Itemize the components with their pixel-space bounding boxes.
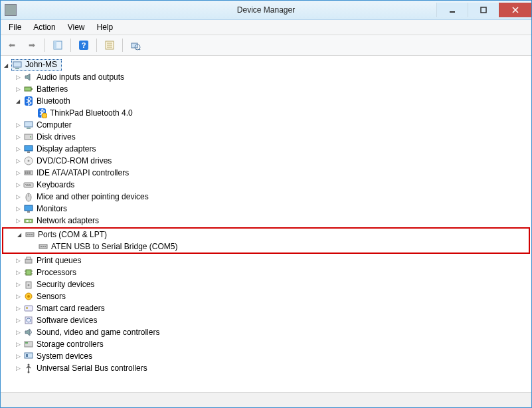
tree-category[interactable]: Sensors	[2, 290, 530, 302]
tree-item-label: Smart card readers	[37, 304, 105, 313]
expand-toggle[interactable]	[14, 157, 22, 165]
menu-file[interactable]: File	[3, 21, 27, 33]
expand-toggle[interactable]	[14, 193, 22, 201]
tree-category[interactable]: Software devices	[2, 314, 530, 326]
forward-arrow-icon: ➡	[29, 41, 35, 50]
tree-category[interactable]: Display adapters	[2, 143, 530, 155]
title-bar[interactable]: Device Manager	[1, 1, 531, 20]
tree-category[interactable]: Disk drives	[2, 131, 530, 143]
menu-action[interactable]: Action	[28, 21, 60, 33]
tree-category[interactable]: Print queues	[2, 255, 530, 266]
expand-toggle[interactable]	[14, 364, 22, 372]
sensor-icon	[23, 291, 34, 302]
help-icon: ?	[78, 40, 89, 51]
svg-rect-42	[26, 220, 27, 222]
expand-toggle[interactable]	[14, 97, 22, 105]
svg-rect-16	[31, 88, 33, 90]
expand-toggle[interactable]	[14, 217, 22, 225]
toolbar-separator	[44, 39, 45, 52]
tree-device[interactable]: ThinkPad Bluetooth 4.0	[2, 107, 530, 119]
tree-category[interactable]: Sound, video and game controllers	[2, 326, 530, 338]
tree-category[interactable]: Batteries	[2, 83, 530, 95]
computer-icon	[23, 120, 34, 130]
svg-rect-13	[13, 62, 21, 67]
expand-toggle[interactable]	[14, 205, 22, 213]
tree-root[interactable]: John-MS	[2, 59, 530, 71]
expand-toggle[interactable]	[14, 268, 22, 276]
tree-category[interactable]: Monitors	[2, 203, 530, 215]
tree-pane[interactable]: John-MS Audio inputs and outputs Batteri…	[1, 56, 531, 392]
tree-category[interactable]: DVD/CD-ROM drives	[2, 155, 530, 167]
back-button[interactable]: ⬅	[3, 37, 21, 54]
tree-item-label: ATEN USB to Serial Bridge (COM5)	[51, 242, 178, 251]
tree-item-label: Keyboards	[37, 180, 74, 189]
tree-category[interactable]: Mice and other pointing devices	[2, 191, 530, 203]
expand-toggle[interactable]	[14, 85, 22, 93]
tree-item-label: Mice and other pointing devices	[37, 192, 149, 201]
tree-item-label: Batteries	[37, 84, 68, 94]
tree-category[interactable]: Audio inputs and outputs	[2, 71, 530, 83]
show-hide-tree-button[interactable]	[49, 37, 66, 54]
svg-point-64	[27, 295, 30, 298]
tree-category[interactable]: Bluetooth	[2, 95, 530, 107]
expand-toggle[interactable]	[14, 145, 22, 153]
expand-toggle[interactable]	[14, 133, 22, 141]
sound-icon	[23, 327, 34, 338]
monitor-icon	[23, 203, 34, 214]
svg-rect-24	[25, 146, 33, 151]
tree-category[interactable]: Storage controllers	[2, 338, 530, 350]
svg-point-47	[27, 234, 29, 235]
highlight-annotation: Ports (COM & LPT) ATEN USB to Serial Bri…	[2, 227, 530, 254]
tree-category[interactable]: Ports (COM & LPT)	[3, 229, 529, 241]
expand-toggle[interactable]	[14, 256, 22, 264]
tree-category[interactable]: Universal Serial Bus controllers	[2, 362, 530, 374]
properties-button[interactable]	[101, 37, 118, 54]
expand-toggle[interactable]	[14, 340, 22, 348]
expand-toggle[interactable]	[14, 316, 22, 324]
svg-rect-44	[29, 220, 29, 222]
tree-category[interactable]: System devices	[2, 350, 530, 362]
svg-rect-21	[27, 128, 31, 129]
expand-toggle[interactable]	[14, 352, 22, 360]
expand-toggle[interactable]	[15, 231, 23, 239]
menu-help[interactable]: Help	[92, 21, 119, 33]
window-title: Device Manager	[1, 5, 531, 15]
tree-item-label: ThinkPad Bluetooth 4.0	[50, 108, 133, 118]
svg-point-52	[43, 246, 44, 247]
tree-category[interactable]: IDE ATA/ATAPI controllers	[2, 167, 530, 179]
tree-category[interactable]: Security devices	[2, 278, 530, 290]
expand-toggle[interactable]	[14, 121, 22, 129]
tree-item-label: Ports (COM & LPT)	[38, 230, 107, 239]
bluetooth-icon	[23, 96, 34, 106]
forward-button[interactable]: ➡	[23, 37, 41, 54]
monitor-icon	[23, 203, 34, 214]
tree-category[interactable]: Computer	[2, 119, 530, 131]
storage-icon	[23, 339, 34, 350]
expand-toggle[interactable]	[14, 181, 22, 189]
scan-hardware-button[interactable]	[127, 37, 144, 54]
expand-toggle[interactable]	[14, 292, 22, 300]
expand-toggle[interactable]	[14, 169, 22, 177]
svg-rect-3	[54, 41, 56, 49]
tree-item-label: Sensors	[37, 292, 66, 301]
expand-toggle[interactable]	[2, 61, 10, 69]
expand-toggle[interactable]	[14, 280, 22, 288]
svg-rect-66	[26, 307, 28, 309]
svg-rect-33	[25, 184, 27, 185]
svg-rect-43	[27, 220, 28, 222]
svg-rect-20	[25, 122, 33, 127]
tree-category[interactable]: Keyboards	[2, 179, 530, 191]
tree-device[interactable]: ATEN USB to Serial Bridge (COM5)	[3, 241, 529, 253]
svg-rect-25	[27, 152, 30, 153]
svg-rect-32	[24, 183, 33, 187]
menu-view[interactable]: View	[62, 21, 90, 33]
expand-toggle[interactable]	[14, 328, 22, 336]
tree-category[interactable]: Network adapters	[2, 215, 530, 227]
help-button[interactable]: ?	[75, 37, 92, 54]
expand-toggle[interactable]	[14, 304, 22, 312]
smartcard-icon	[23, 303, 34, 314]
expand-toggle[interactable]	[14, 73, 22, 81]
tree-category[interactable]: Processors	[2, 266, 530, 278]
tree-category[interactable]: Smart card readers	[2, 302, 530, 314]
tree-item-label: Security devices	[37, 280, 94, 289]
